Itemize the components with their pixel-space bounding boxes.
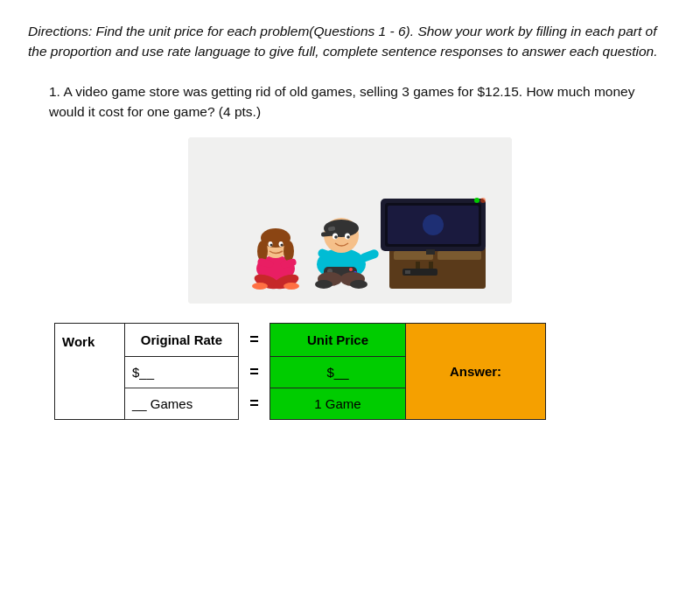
svg-point-22 [334,235,338,239]
svg-rect-14 [405,270,410,274]
svg-point-48 [284,283,299,290]
table-header-row: Work Original Rate = Unit Price Answer: [55,324,546,357]
question-text: 1. A video game store was getting rid of… [49,81,672,122]
svg-point-42 [281,244,284,247]
svg-point-28 [349,268,353,271]
question-number: 1. [49,84,60,99]
illustration-container [188,137,512,304]
equals-row2: = [239,388,270,420]
svg-point-12 [480,198,486,203]
answer-header: Answer: [406,324,546,420]
svg-point-23 [346,235,350,239]
question-body-text: A video game store was getting rid of ol… [49,84,634,119]
svg-rect-4 [416,262,420,269]
svg-point-37 [257,241,268,262]
proportion-table: Work Original Rate = Unit Price Answer: … [54,323,546,420]
game-scene-illustration [188,137,512,304]
original-rate-row1: $__ [125,357,239,388]
equals-row1: = [239,357,270,388]
svg-point-41 [270,244,273,247]
equals-header: = [239,324,270,357]
svg-point-9 [423,214,444,235]
svg-rect-5 [429,262,433,269]
directions-text: Directions: Find the unit price for each… [28,21,672,62]
svg-point-32 [315,280,332,289]
original-rate-header: Original Rate [125,324,239,357]
svg-point-47 [252,283,268,290]
unit-price-header: Unit Price [270,324,406,357]
unit-price-row1: $__ [270,357,406,388]
work-label: Work [62,334,94,349]
work-label-cell: Work [55,324,125,420]
svg-point-38 [284,241,294,262]
svg-rect-10 [426,249,435,255]
svg-point-11 [474,198,480,203]
question-block: 1. A video game store was getting rid of… [28,81,672,122]
svg-point-33 [350,280,368,289]
original-rate-row2: __ Games [125,388,239,420]
unit-price-row2: 1 Game [270,388,406,420]
svg-rect-3 [438,251,481,260]
